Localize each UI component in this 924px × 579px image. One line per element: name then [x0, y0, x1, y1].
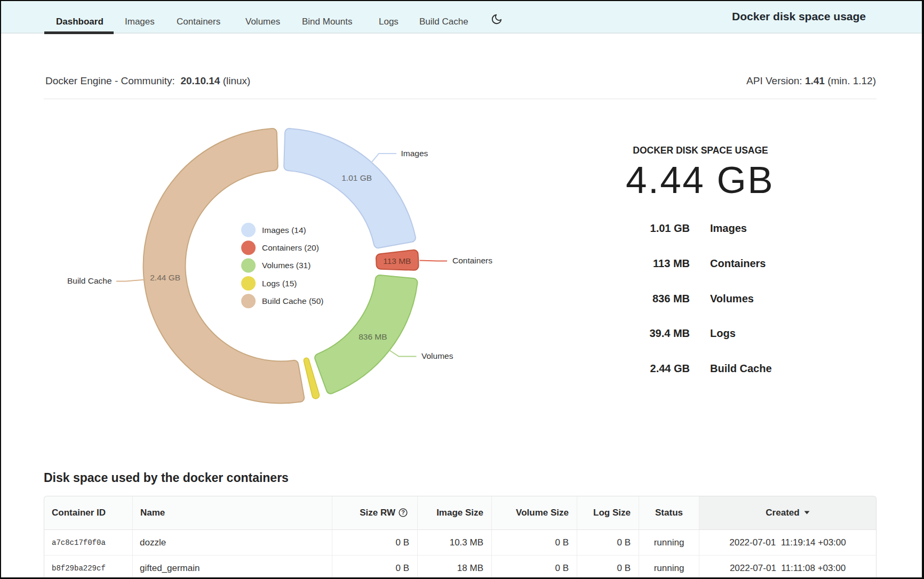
svg-text:1.01 GB: 1.01 GB [341, 173, 372, 182]
svg-text:Images: Images [401, 149, 428, 158]
svg-text:Images (14): Images (14) [262, 226, 306, 235]
svg-text:Containers: Containers [452, 256, 492, 265]
svg-text:Build Cache: Build Cache [67, 276, 112, 285]
svg-text:2.44 GB: 2.44 GB [150, 273, 180, 282]
svg-text:Volumes (31): Volumes (31) [262, 261, 310, 270]
svg-text:113 MB: 113 MB [383, 256, 411, 266]
svg-text:Containers (20): Containers (20) [262, 243, 319, 252]
svg-text:Logs (15): Logs (15) [262, 279, 297, 288]
svg-text:?: ? [401, 509, 405, 516]
svg-text:Build Cache (50): Build Cache (50) [262, 296, 323, 305]
svg-text:836 MB: 836 MB [359, 332, 387, 341]
svg-text:Volumes: Volumes [421, 351, 453, 360]
